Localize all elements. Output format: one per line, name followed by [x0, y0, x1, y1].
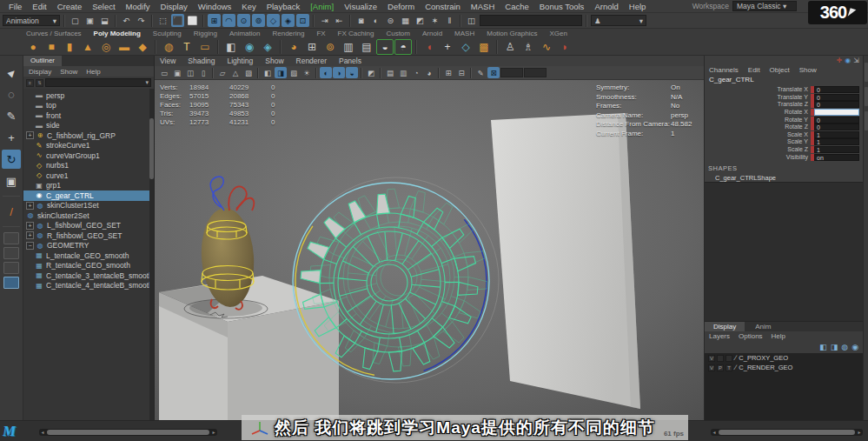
expand-icon[interactable]: + [26, 231, 34, 239]
expand-icon[interactable]: + [26, 202, 34, 210]
layer-menu-options[interactable]: Options [739, 332, 763, 340]
wireframe-icon[interactable]: ◧ [262, 67, 274, 78]
paint-effects-tool[interactable]: / [2, 202, 21, 221]
menu-create[interactable]: Create [52, 2, 88, 11]
hypershade-icon[interactable]: ◩ [414, 14, 427, 27]
rotate-tool[interactable]: ↻ [2, 150, 21, 169]
viewport-menu-renderer[interactable]: Renderer [296, 57, 327, 65]
outliner-item[interactable]: +⊕C_fishbowl_rig_GRP [23, 130, 154, 141]
crease-sets-icon[interactable]: ◓ [394, 39, 412, 55]
transform-numeric-input[interactable] [480, 15, 582, 26]
outliner-menu-display[interactable]: Display [29, 68, 51, 76]
isolate-select-icon[interactable]: ◩ [365, 67, 377, 78]
exposure-readout[interactable] [500, 68, 523, 77]
paint-weights-icon[interactable]: ∿ [538, 39, 555, 55]
shelf-tab-fx-caching[interactable]: FX Caching [333, 30, 380, 37]
layout-two[interactable] [3, 262, 19, 274]
outliner-item[interactable]: ∿curveVarGroup1 [23, 150, 154, 161]
select-camera-icon[interactable]: ▭ [158, 67, 170, 78]
shelf-tab-arnold[interactable]: Arnold [417, 30, 447, 37]
channel-value-field[interactable]: 0 [814, 101, 859, 108]
viewport-menu-view[interactable]: View [160, 57, 176, 65]
snap-plane-icon[interactable]: ◇ [267, 14, 280, 27]
shadows-icon[interactable]: ◐ [320, 67, 332, 78]
light-editor-icon[interactable]: ✶ [428, 14, 441, 27]
menu-cache[interactable]: Cache [500, 2, 533, 11]
gamma-readout[interactable] [524, 68, 547, 77]
outliner-item[interactable]: ▬top [23, 101, 154, 111]
menu-bonustools[interactable]: Bonus Tools [534, 2, 590, 11]
select-hierarchy-icon[interactable]: ⬚ [156, 14, 169, 27]
shelf-tab-curves-surfaces[interactable]: Curves / Surfaces [21, 30, 87, 37]
viewport-menu-panels[interactable]: Panels [339, 57, 361, 65]
make-live-icon[interactable]: ◈ [282, 14, 295, 27]
channel-box-menu-show[interactable]: Show [799, 66, 817, 74]
gamma-icon[interactable]: ◕ [423, 67, 435, 78]
snap-projected-icon[interactable]: ⊚ [252, 14, 265, 27]
outliner-item[interactable]: ◇curve1 [23, 170, 154, 181]
outliner-item[interactable]: +◍L_fishbowl_GEO_SET [23, 221, 154, 231]
move-tool[interactable]: + [2, 128, 21, 147]
layout-outliner-persp[interactable] [3, 277, 19, 289]
channel-value-field[interactable]: 1 [814, 138, 859, 145]
overscan-icon[interactable]: ▨ [242, 67, 255, 78]
collapse-icon[interactable]: − [26, 242, 34, 250]
poly-plane-icon[interactable]: ▬ [116, 39, 133, 55]
menu-key[interactable]: Key [236, 2, 261, 11]
expand-panel-icon[interactable]: ⇲ [853, 57, 859, 65]
fill-hole-icon[interactable]: ⊞ [303, 39, 321, 55]
workspace-dropdown[interactable]: Maya Classic ▾ [732, 1, 797, 11]
output-connections-icon[interactable]: ⇤ [333, 14, 346, 27]
outliner-item[interactable]: −◍GEOMETRY [23, 241, 154, 251]
show-manipulator-icon[interactable]: ✛ [837, 57, 843, 65]
menu-playback[interactable]: Playback [262, 2, 306, 11]
xray-icon[interactable]: ▤ [384, 67, 396, 78]
lock-camera-icon[interactable]: ▣ [171, 67, 183, 78]
new-layer-selected-icon[interactable]: ◨ [831, 343, 838, 351]
shelf-tab-xgen[interactable]: XGen [544, 30, 572, 37]
ao-icon[interactable]: ◑ [333, 67, 345, 78]
menu-constrain[interactable]: Constrain [420, 2, 466, 11]
outliner-item[interactable]: +◍skinCluster1Set [23, 201, 154, 211]
pane-layout-icon[interactable]: ◫ [465, 14, 478, 27]
poly-sphere-icon[interactable]: ● [24, 39, 42, 55]
outliner-sort-icon[interactable]: ⇅ [36, 79, 43, 87]
outliner-item[interactable]: ▦L_tentacle_GEO_smooth [23, 251, 154, 261]
scroll-right-icon[interactable]: ▸ [210, 429, 217, 436]
select-object-icon[interactable]: ⬛ [171, 14, 184, 27]
grease-pencil-icon[interactable]: ✎ [474, 67, 487, 78]
expand-icon[interactable]: + [26, 222, 34, 230]
shelf-tab-fx[interactable]: FX [311, 30, 330, 37]
panel-horizontal-scrollbar[interactable]: ◂ ▸ [711, 429, 863, 436]
viewport-canvas[interactable]: Verts:18984402290Edges:57015208680Faces:… [155, 80, 704, 420]
shaded-icon[interactable]: ◨ [275, 67, 287, 78]
menu-windows[interactable]: Windows [193, 2, 237, 11]
separate-icon[interactable]: ◈ [259, 39, 276, 55]
menu-visualize[interactable]: Visualize [339, 2, 382, 11]
shelf-tab-poly-modeling[interactable]: Poly Modeling [89, 30, 146, 37]
channel-box-menu-edit[interactable]: Edit [748, 66, 760, 74]
layer-row[interactable]: V∕C_PROXY_GEO [705, 353, 864, 363]
paint-select-tool[interactable]: ✎ [2, 106, 21, 125]
select-component-icon[interactable]: ⬜ [186, 14, 199, 27]
outliner-horizontal-scrollbar[interactable]: ◂ ▸ [39, 429, 217, 436]
extrude-icon[interactable]: ⊚ [321, 39, 339, 55]
bridge-icon[interactable]: ▤ [358, 39, 375, 55]
outliner-search-input[interactable]: ▾ [45, 78, 151, 87]
layout-single[interactable] [3, 232, 19, 244]
camera-attrs-icon[interactable]: ◫ [184, 67, 196, 78]
poly-pyramid-icon[interactable]: ◆ [134, 39, 151, 55]
poly-torus-icon[interactable]: ◎ [97, 39, 115, 55]
lasso-tool[interactable]: ◌ [2, 84, 21, 104]
channel-box-menu-object[interactable]: Object [770, 66, 790, 74]
viewport-menu-shading[interactable]: Shading [188, 57, 215, 65]
outliner-menu-help[interactable]: Help [86, 68, 100, 76]
target-weld-icon[interactable]: ◇ [457, 39, 474, 55]
smooth-proxy-icon[interactable]: ◒ [376, 39, 394, 55]
expand-icon[interactable]: + [26, 131, 34, 139]
sidebar-toggle-strip[interactable] [863, 56, 868, 420]
shelf-tab-custom[interactable]: Custom [381, 30, 415, 37]
xray-joints-icon[interactable]: ▥ [397, 67, 409, 78]
outliner-item[interactable]: ▦R_tentacle_GEO_smooth [23, 261, 154, 271]
channel-value-field[interactable] [814, 109, 859, 116]
